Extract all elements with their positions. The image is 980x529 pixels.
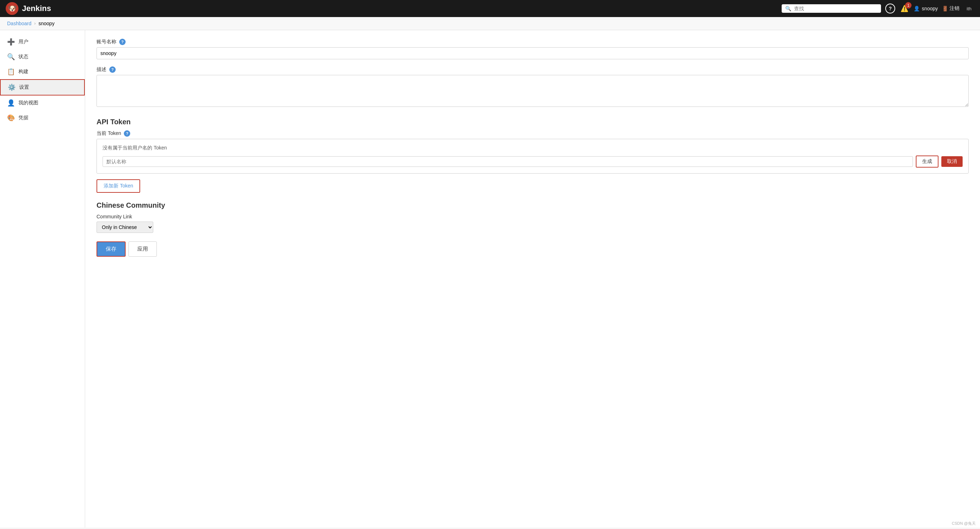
current-token-help-icon[interactable]: ? — [124, 130, 130, 137]
description-textarea[interactable] — [97, 75, 969, 107]
alert-badge: 1 — [905, 2, 912, 8]
header-logo[interactable]: 🐶 Jenkins — [6, 2, 51, 15]
breadcrumb-home[interactable]: Dashboard — [7, 21, 32, 26]
community-link-select[interactable]: Only in Chinese Both Only in English — [97, 221, 153, 233]
myviews-icon: 👤 — [7, 99, 15, 107]
header-tab-text: ith — [964, 5, 974, 13]
community-link-row: Community Link Only in Chinese Both Only… — [97, 214, 969, 233]
header-title: Jenkins — [22, 4, 51, 13]
description-label-row: 描述 ? — [97, 66, 969, 73]
jenkins-avatar-icon: 🐶 — [6, 2, 18, 15]
username-label: snoopy — [922, 6, 938, 11]
users-icon: ➕ — [7, 38, 15, 46]
bottom-buttons: 保存 应用 — [97, 241, 969, 257]
sidebar-label-status: 状态 — [18, 54, 29, 60]
help-icon[interactable]: ? — [885, 3, 895, 13]
cancel-button[interactable]: 取消 — [941, 156, 963, 167]
header-user[interactable]: 👤 snoopy — [914, 6, 938, 11]
search-icon: 🔍 — [785, 6, 791, 11]
sidebar-label-myviews: 我的视图 — [18, 100, 38, 106]
sidebar: ➕ 用户 🔍 状态 📋 构建 ⚙️ 设置 👤 我的视图 🎨 凭据 — [0, 30, 85, 527]
community-link-label: Community Link — [97, 214, 969, 220]
build-icon: 📋 — [7, 68, 15, 76]
apply-button[interactable]: 应用 — [129, 241, 157, 257]
header-search-container: 🔍 — [782, 4, 881, 13]
generate-button[interactable]: 生成 — [916, 156, 939, 167]
header: 🐶 Jenkins 🔍 ? ⚠️ 1 👤 snoopy 🚪 注销 ith — [0, 0, 980, 17]
account-name-help-icon[interactable]: ? — [119, 39, 126, 45]
save-button[interactable]: 保存 — [97, 241, 126, 257]
account-name-label: 账号名称 — [97, 39, 116, 45]
alert-container[interactable]: ⚠️ 1 — [899, 3, 909, 13]
watermark: CSDN @兔天 — [952, 521, 976, 526]
sidebar-label-credentials: 凭据 — [18, 115, 29, 121]
account-name-input[interactable] — [97, 47, 969, 59]
breadcrumb: Dashboard › snoopy — [0, 17, 980, 30]
search-input[interactable] — [794, 6, 865, 11]
breadcrumb-current: snoopy — [39, 21, 55, 26]
logout-label: 注销 — [950, 5, 959, 12]
user-icon: 👤 — [914, 6, 920, 11]
main-layout: ➕ 用户 🔍 状态 📋 构建 ⚙️ 设置 👤 我的视图 🎨 凭据 账号名称 ? — [0, 30, 980, 527]
sidebar-item-myviews[interactable]: 👤 我的视图 — [0, 96, 85, 110]
breadcrumb-separator: › — [34, 21, 36, 26]
sidebar-item-build[interactable]: 📋 构建 — [0, 64, 85, 79]
add-token-button[interactable]: 添加新 Token — [97, 179, 140, 193]
description-label: 描述 — [97, 66, 107, 73]
current-token-label: 当前 Token — [97, 130, 121, 137]
community-section: Chinese Community Community Link Only in… — [97, 201, 969, 233]
logout-icon: 🚪 — [942, 6, 948, 11]
sidebar-item-users[interactable]: ➕ 用户 — [0, 34, 85, 49]
sidebar-label-users: 用户 — [18, 39, 29, 45]
api-token-box: 没有属于当前用户名的 Token 生成 取消 — [97, 139, 969, 174]
status-icon: 🔍 — [7, 53, 15, 61]
main-content: 账号名称 ? 描述 ? API Token 当前 Token ? 没有属于当前用… — [85, 30, 980, 527]
sidebar-label-settings: 设置 — [19, 84, 29, 91]
api-token-title: API Token — [97, 118, 969, 126]
header-logout[interactable]: 🚪 注销 — [942, 5, 959, 12]
token-name-input[interactable] — [103, 156, 913, 167]
token-input-row: 生成 取消 — [103, 156, 963, 167]
no-token-text: 没有属于当前用户名的 Token — [103, 145, 963, 151]
settings-icon: ⚙️ — [8, 83, 16, 91]
api-token-section: API Token 当前 Token ? 没有属于当前用户名的 Token 生成… — [97, 118, 969, 193]
sidebar-item-credentials[interactable]: 🎨 凭据 — [0, 110, 85, 125]
community-title: Chinese Community — [97, 201, 969, 209]
account-name-label-row: 账号名称 ? — [97, 39, 969, 45]
sidebar-label-build: 构建 — [18, 69, 29, 75]
sidebar-item-settings[interactable]: ⚙️ 设置 — [0, 79, 85, 96]
current-token-label-row: 当前 Token ? — [97, 130, 969, 137]
credentials-icon: 🎨 — [7, 114, 15, 122]
description-help-icon[interactable]: ? — [109, 66, 116, 73]
sidebar-item-status[interactable]: 🔍 状态 — [0, 49, 85, 64]
